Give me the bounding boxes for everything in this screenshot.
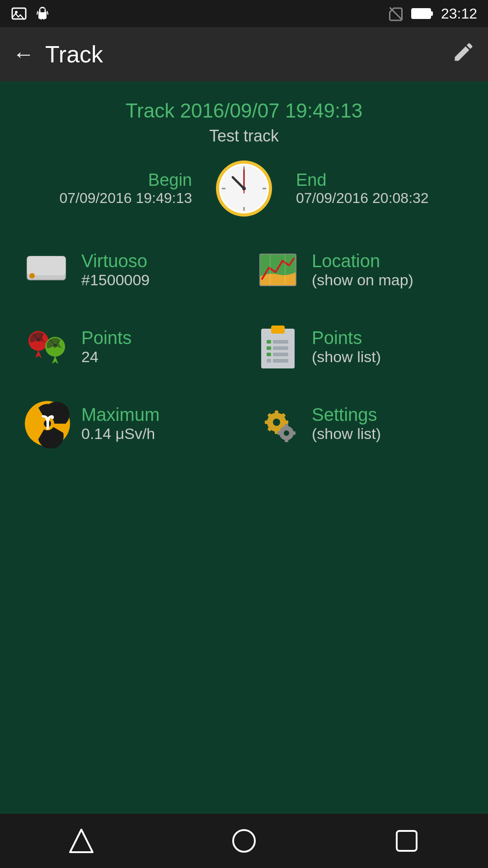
points-count-value: 24 (81, 348, 131, 366)
nav-home-button[interactable] (226, 823, 262, 859)
points-count-text: Points 24 (81, 328, 131, 366)
svg-rect-40 (267, 359, 271, 363)
points-count-label: Points (81, 328, 131, 348)
clipboard-icon (253, 322, 303, 372)
begin-block: Begin 07/09/2016 19:49:13 (59, 170, 192, 207)
svg-rect-41 (273, 359, 288, 363)
image-icon (11, 5, 27, 22)
location-label: Location (312, 251, 413, 271)
settings-value: (show list) (312, 425, 381, 443)
location-text: Location (show on map) (312, 251, 413, 289)
svg-rect-61 (277, 431, 281, 435)
svg-point-21 (242, 187, 246, 190)
virtuoso-text: Virtuoso #1500009 (81, 251, 150, 289)
begin-label: Begin (59, 170, 192, 190)
track-header: Track 2016/09/07 19:49:13 Test track (18, 99, 470, 146)
svg-point-48 (273, 419, 280, 426)
edit-button[interactable] (452, 40, 475, 68)
time-section: Begin 07/09/2016 19:49:13 (18, 159, 470, 218)
svg-line-5 (47, 12, 48, 14)
svg-point-58 (284, 430, 289, 436)
maximum-item[interactable]: ϒ Maximum 0.14 μSv/h (18, 390, 239, 458)
nav-home-icon (230, 827, 258, 854)
no-sim-icon (388, 5, 404, 22)
location-item[interactable]: Location (show on map) (249, 236, 470, 304)
maximum-value: 0.14 μSv/h (81, 425, 160, 443)
svg-rect-34 (267, 340, 271, 344)
svg-rect-38 (267, 353, 271, 356)
gears-icon (253, 399, 303, 448)
main-content: Track 2016/09/07 19:49:13 Test track Beg… (0, 81, 488, 814)
svg-rect-0 (12, 8, 26, 19)
svg-rect-49 (275, 410, 278, 415)
begin-value: 07/09/2016 19:49:13 (59, 190, 192, 207)
page-title: Track (45, 41, 452, 68)
svg-point-2 (40, 9, 41, 9)
radiation-circle-icon: ϒ (23, 399, 72, 448)
svg-rect-39 (273, 353, 288, 356)
svg-point-24 (29, 273, 35, 278)
track-subtitle: Test track (18, 127, 470, 146)
back-button[interactable]: ← (13, 43, 34, 65)
svg-rect-62 (292, 431, 296, 435)
svg-point-64 (233, 830, 255, 852)
virtuoso-label: Virtuoso (81, 251, 150, 271)
svg-rect-9 (412, 9, 431, 19)
nav-back-button[interactable] (63, 823, 99, 859)
svg-rect-23 (27, 256, 66, 275)
clock-svg (215, 159, 273, 218)
location-value: (show on map) (312, 271, 413, 289)
end-value: 07/09/2016 20:08:32 (296, 190, 429, 207)
status-left-icons (11, 5, 51, 22)
svg-rect-36 (267, 346, 271, 350)
radiation-pins-icon (23, 322, 72, 372)
android-icon (34, 5, 51, 22)
svg-rect-65 (397, 831, 417, 851)
svg-text:ϒ: ϒ (41, 413, 54, 433)
status-right-icons: 23:12 (388, 5, 477, 22)
svg-rect-59 (285, 424, 288, 428)
svg-rect-51 (265, 420, 269, 424)
settings-label: Settings (312, 405, 381, 425)
bottom-nav (0, 814, 488, 868)
svg-rect-10 (431, 11, 433, 16)
end-label: End (296, 170, 429, 190)
points-list-item[interactable]: Points (show list) (249, 313, 470, 381)
end-block: End 07/09/2016 20:08:32 (296, 170, 429, 207)
points-list-label: Points (312, 328, 381, 348)
clock-icon (215, 159, 273, 218)
svg-rect-52 (284, 420, 288, 424)
svg-point-3 (44, 9, 45, 9)
svg-rect-33 (271, 326, 285, 334)
battery-icon (411, 7, 434, 20)
points-list-value: (show list) (312, 348, 381, 366)
svg-line-4 (37, 12, 38, 14)
virtuoso-item[interactable]: Virtuoso #1500009 (18, 236, 239, 304)
nav-recent-icon (393, 827, 420, 854)
app-bar: ← Track (0, 27, 488, 81)
map-icon (253, 245, 303, 295)
points-list-text: Points (show list) (312, 328, 381, 366)
info-grid: Virtuoso #1500009 (18, 236, 470, 458)
svg-rect-35 (273, 340, 288, 344)
track-title: Track 2016/09/07 19:49:13 (18, 99, 470, 122)
device-icon (23, 245, 72, 295)
status-bar: 23:12 (0, 0, 488, 27)
pencil-icon (452, 40, 475, 64)
maximum-text: Maximum 0.14 μSv/h (81, 405, 160, 443)
nav-recent-button[interactable] (389, 823, 425, 859)
settings-text: Settings (show list) (312, 405, 381, 443)
settings-item[interactable]: Settings (show list) (249, 390, 470, 458)
virtuoso-value: #1500009 (81, 271, 150, 289)
status-time: 23:12 (441, 5, 477, 22)
maximum-label: Maximum (81, 405, 160, 425)
svg-line-8 (389, 8, 402, 20)
nav-back-icon (68, 827, 95, 854)
svg-rect-60 (285, 439, 288, 442)
svg-rect-37 (273, 346, 288, 350)
svg-marker-63 (70, 830, 93, 852)
points-count-item[interactable]: Points 24 (18, 313, 239, 381)
